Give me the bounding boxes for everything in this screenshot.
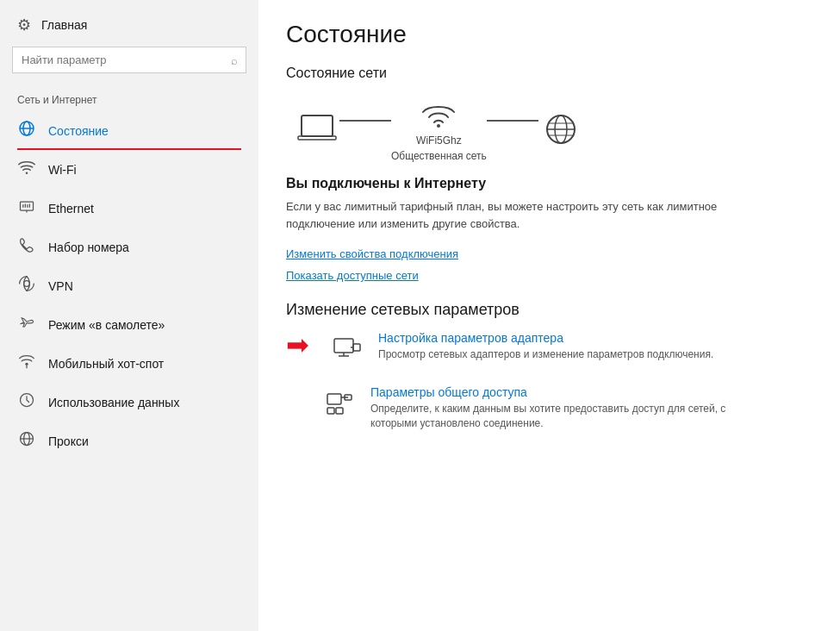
sidebar-item-hotspot-label: Мобильный хот-спот (48, 357, 164, 371)
sidebar-item-ethernet[interactable]: Ethernet (0, 189, 258, 228)
sharing-content: Параметры общего доступа Определите, к к… (370, 385, 812, 431)
globe-icon (538, 112, 583, 147)
sharing-desc: Определите, к каким данным вы хотите пре… (370, 402, 750, 431)
svg-rect-30 (327, 394, 341, 404)
main-content: Состояние Состояние сети WiFi5Ghz Общест… (258, 0, 840, 631)
svg-rect-18 (298, 136, 336, 140)
adapter-settings-item: ➡ Настройка параметров адаптера Просмотр… (286, 331, 812, 370)
sidebar-item-ethernet-label: Ethernet (48, 202, 94, 216)
status-icon (17, 120, 36, 141)
sidebar-item-data[interactable]: Использование данных (0, 383, 258, 422)
sidebar-item-dialup[interactable]: Набор номера (0, 228, 258, 266)
laptop-node (295, 112, 339, 147)
svg-rect-17 (302, 116, 333, 136)
sidebar-item-vpn-label: VPN (48, 279, 73, 293)
wifi-icon (17, 159, 36, 180)
globe-node (538, 112, 583, 147)
proxy-icon (17, 430, 36, 452)
hotspot-icon (17, 353, 36, 374)
sidebar-item-hotspot[interactable]: Мобильный хот-спот (0, 344, 258, 383)
sidebar-item-vpn[interactable]: VPN (0, 266, 258, 305)
dialup-icon (17, 236, 36, 258)
sidebar-section-label: Сеть и Интернет (0, 87, 258, 111)
connected-desc: Если у вас лимитный тарифный план, вы мо… (286, 198, 734, 232)
svg-point-3 (26, 172, 28, 174)
sidebar-item-dialup-label: Набор номера (48, 241, 129, 254)
line-1 (339, 120, 391, 122)
sharing-icon (322, 387, 357, 424)
network-status-title: Состояние сети (286, 66, 812, 81)
wifi-node: WiFi5Ghz Общественная сеть (391, 97, 487, 162)
data-icon (17, 391, 36, 413)
sidebar: ⚙ Главная ⌕ Сеть и Интернет Состояние (0, 0, 258, 631)
svg-rect-25 (334, 339, 353, 353)
svg-rect-26 (353, 344, 360, 351)
gear-icon: ⚙ (17, 16, 31, 34)
change-section-title: Изменение сетевых параметров (286, 301, 812, 319)
search-icon: ⌕ (231, 53, 238, 66)
sidebar-item-proxy-label: Прокси (48, 434, 89, 448)
sidebar-item-status-label: Состояние (48, 124, 109, 138)
laptop-icon (295, 112, 339, 147)
sidebar-item-airplane[interactable]: Режим «в самолете» (0, 305, 258, 344)
sidebar-item-data-label: Использование данных (48, 396, 179, 409)
wifi-type-label: Общественная сеть (391, 150, 487, 162)
svg-rect-32 (336, 408, 343, 414)
red-arrow-icon: ➡ (286, 331, 309, 359)
line-2 (487, 120, 538, 122)
svg-point-10 (24, 281, 30, 287)
search-box[interactable]: ⌕ (12, 47, 246, 73)
sidebar-item-airplane-label: Режим «в самолете» (48, 318, 165, 332)
airplane-icon (17, 314, 36, 335)
ethernet-icon (17, 197, 36, 219)
adapter-icon (330, 333, 364, 370)
svg-point-11 (25, 363, 28, 365)
search-input[interactable] (12, 47, 246, 73)
svg-rect-4 (21, 202, 34, 210)
adapter-title[interactable]: Настройка параметров адаптера (378, 331, 812, 345)
sidebar-header: ⚙ Главная (0, 0, 258, 47)
svg-rect-31 (327, 408, 334, 414)
adapter-content: Настройка параметров адаптера Просмотр с… (378, 331, 812, 362)
page-title: Состояние (286, 21, 812, 48)
wifi-router-icon (416, 97, 461, 131)
connected-text: Вы подключены к Интернету (286, 176, 812, 191)
show-networks-link[interactable]: Показать доступные сети (286, 269, 812, 282)
vpn-icon (17, 275, 36, 297)
sidebar-item-proxy[interactable]: Прокси (0, 422, 258, 460)
change-properties-link[interactable]: Изменить свойства подключения (286, 247, 812, 260)
sharing-settings-item: Параметры общего доступа Определите, к к… (286, 385, 812, 431)
sharing-title[interactable]: Параметры общего доступа (370, 385, 812, 399)
adapter-desc: Просмотр сетевых адаптеров и изменение п… (378, 347, 757, 362)
sidebar-item-status[interactable]: Состояние (0, 111, 258, 150)
wifi-name-label: WiFi5Ghz (416, 134, 462, 147)
network-diagram: WiFi5Ghz Общественная сеть (286, 97, 812, 162)
sidebar-home-label[interactable]: Главная (41, 18, 87, 32)
sidebar-item-wifi-label: Wi-Fi (48, 163, 77, 177)
svg-point-19 (437, 124, 440, 128)
sidebar-item-wifi[interactable]: Wi-Fi (0, 150, 258, 189)
